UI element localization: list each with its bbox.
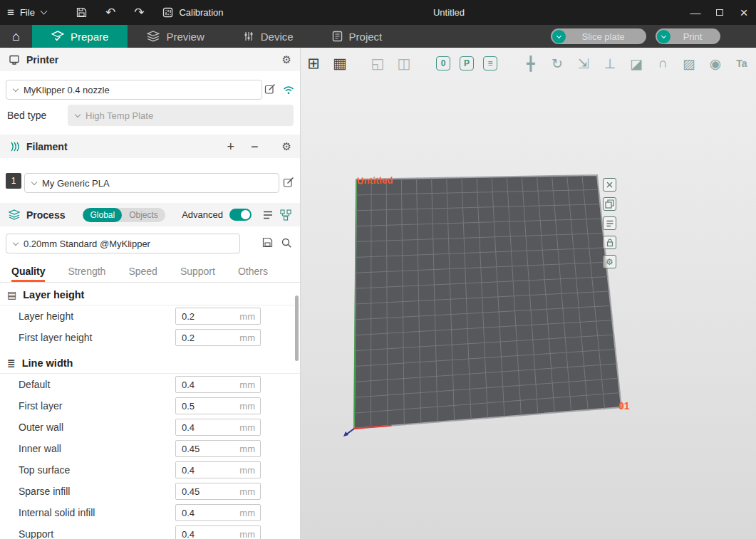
edit-printer-button[interactable]	[264, 83, 276, 95]
filament-slot-badge[interactable]: 1	[6, 173, 21, 189]
arrange-icon[interactable]: ◫	[395, 54, 413, 73]
section-title: Line width	[22, 357, 73, 369]
setting-label: Support	[19, 528, 53, 539]
maximize-button[interactable]	[708, 0, 732, 25]
split-to-objects-icon[interactable]: 0	[436, 56, 450, 70]
add-filament-button[interactable]: +	[227, 140, 235, 153]
support-painting-icon[interactable]: ▨	[680, 54, 698, 73]
move-icon[interactable]: ╋	[522, 54, 539, 73]
setting-input: mm	[175, 308, 261, 325]
tab-quality[interactable]: Quality	[11, 260, 45, 282]
setting-input: mm	[175, 397, 261, 414]
home-button[interactable]: ⌂	[0, 25, 32, 48]
plate-name-button[interactable]	[603, 216, 616, 230]
duplicate-plate-button[interactable]	[603, 197, 616, 211]
tab-project-label: Project	[349, 31, 383, 43]
setting-input: mm	[175, 440, 261, 457]
setting-input: mm	[175, 376, 261, 393]
save-preset-button[interactable]	[262, 237, 273, 248]
unit-label: mm	[239, 422, 255, 433]
add-plate-icon[interactable]: ▦	[331, 54, 348, 73]
auto-orient-icon[interactable]: ◱	[369, 54, 386, 73]
bed-type-dropdown[interactable]: High Temp Plate	[68, 105, 294, 126]
unit-label: mm	[239, 380, 255, 390]
advanced-toggle[interactable]	[229, 209, 252, 221]
rotate-icon[interactable]: ↻	[549, 54, 566, 73]
close-button[interactable]: ×	[732, 0, 756, 25]
setting-label: First layer	[19, 400, 62, 412]
remove-filament-button[interactable]: −	[251, 140, 259, 153]
search-settings-button[interactable]	[281, 237, 292, 248]
setting-input: mm	[175, 461, 261, 478]
tab-prepare-label: Prepare	[71, 31, 108, 43]
plate-number-label: 01	[618, 400, 630, 412]
setting-row: Top surface mm	[0, 459, 300, 481]
tab-others[interactable]: Others	[238, 260, 268, 282]
plate-name-label[interactable]: Untitled	[357, 175, 393, 187]
slice-plate-button[interactable]: Slice plate	[551, 28, 646, 44]
undo-button[interactable]: ↶	[105, 5, 115, 20]
hamburger-menu-icon[interactable]: ≡	[7, 6, 14, 20]
print-button[interactable]: Print	[656, 28, 720, 44]
setting-row: Outer wall mm	[0, 417, 300, 438]
tab-support[interactable]: Support	[180, 260, 215, 282]
sidebar: Printer ⚙ MyKlipper 0.4 nozzle Bed type …	[0, 48, 301, 539]
file-menu[interactable]: File	[20, 7, 46, 18]
edit-icon	[283, 177, 294, 188]
layer-height-section-icon: ▤	[7, 289, 16, 300]
text-tool-icon[interactable]: Ta	[733, 54, 750, 73]
sidebar-scrollbar[interactable]	[295, 295, 299, 361]
settings-list-icon[interactable]	[262, 210, 274, 220]
save-icon	[262, 237, 273, 248]
setting-input: mm	[175, 329, 261, 346]
minimize-button[interactable]: —	[683, 0, 708, 25]
compare-presets-icon[interactable]	[280, 209, 291, 221]
add-model-icon[interactable]: ⊞	[305, 54, 322, 73]
lock-plate-button[interactable]	[603, 236, 616, 249]
tab-speed[interactable]: Speed	[128, 260, 157, 282]
calibration-label: Calibration	[179, 7, 223, 18]
process-preset-dropdown[interactable]: 0.20mm Standard @MyKlipper	[6, 234, 240, 253]
filament-settings-gear-icon[interactable]: ⚙	[282, 141, 291, 152]
variable-layer-height-icon[interactable]: ≡	[483, 56, 497, 70]
print-options-dropdown[interactable]	[657, 30, 670, 43]
printer-preset-dropdown[interactable]: MyKlipper 0.4 nozzle	[6, 80, 262, 100]
edit-filament-button[interactable]	[283, 177, 294, 188]
scale-icon[interactable]: ⇲	[575, 54, 592, 73]
seam-painting-icon[interactable]: ◉	[707, 54, 724, 73]
main-nav-bar: ⌂ Prepare Preview Device	[0, 25, 756, 48]
save-button[interactable]	[76, 7, 87, 18]
wifi-connection-icon[interactable]	[282, 85, 295, 95]
unit-label: mm	[239, 401, 255, 412]
printer-settings-gear-icon[interactable]: ⚙	[282, 54, 291, 65]
tab-preview[interactable]: Preview	[128, 25, 223, 48]
section-layer-height: ▤ Layer height	[0, 284, 300, 305]
split-to-parts-icon[interactable]: P	[460, 56, 474, 70]
scope-objects-option[interactable]: Objects	[122, 208, 165, 222]
delete-plate-button[interactable]	[603, 178, 616, 192]
process-preset-value: 0.20mm Standard @MyKlipper	[24, 239, 150, 249]
place-on-face-icon[interactable]: ⊥	[601, 54, 618, 73]
setting-input: mm	[175, 483, 261, 500]
build-plate[interactable]	[301, 48, 756, 539]
filament-preset-value: My Generic PLA	[42, 178, 110, 189]
unit-label: mm	[239, 486, 255, 497]
redo-button[interactable]: ↷	[134, 5, 144, 20]
viewport-3d[interactable]: ⊞ ▦ ◱ ◫ 0 P ≡ ╋ ↻ ⇲ ⊥ ◪ ∩ ▨ ◉ Ta ◳ Untit…	[301, 48, 756, 539]
scope-global-option[interactable]: Global	[83, 208, 122, 222]
cut-icon[interactable]: ◪	[628, 54, 645, 73]
tab-prepare[interactable]: Prepare	[32, 25, 128, 48]
gear-icon: ⚙	[606, 257, 613, 267]
slice-options-dropdown[interactable]	[552, 30, 566, 43]
calibration-button[interactable]: Calibration	[162, 7, 223, 18]
plate-settings-button[interactable]: ⚙	[603, 255, 616, 268]
unit-label: mm	[239, 465, 255, 476]
filament-preset-dropdown[interactable]: My Generic PLA	[24, 173, 279, 193]
chevron-down-icon	[13, 239, 19, 245]
process-scope-toggle: Global Objects	[83, 208, 165, 222]
tab-project[interactable]: Project	[313, 25, 402, 48]
tab-strength[interactable]: Strength	[68, 260, 105, 282]
tab-device[interactable]: Device	[224, 25, 313, 48]
restore-icon	[716, 9, 723, 16]
mesh-boolean-icon[interactable]: ∩	[654, 54, 671, 73]
